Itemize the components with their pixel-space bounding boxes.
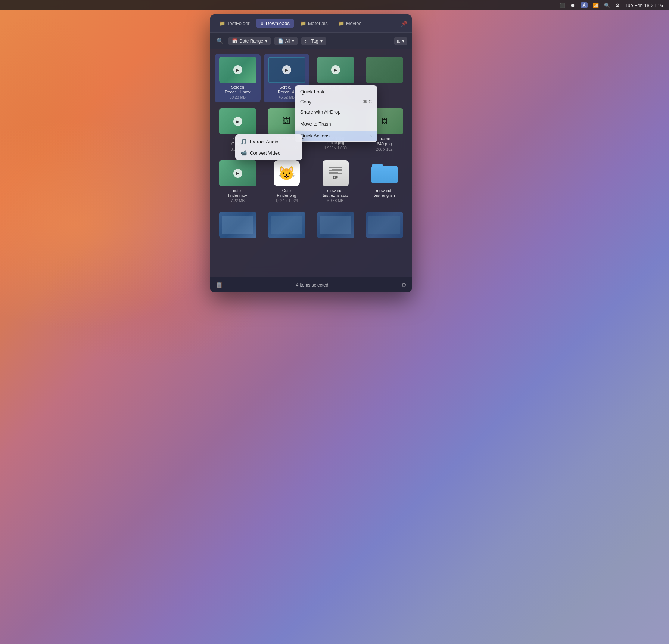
play-icon-1: ▶	[233, 65, 242, 74]
context-separator-2	[295, 130, 377, 130]
extract-audio-label: Extract Audio	[250, 139, 279, 145]
file-item-screen-r1[interactable]	[215, 209, 261, 243]
calendar-icon: 📅	[232, 38, 237, 44]
a-icon[interactable]: A	[581, 2, 588, 8]
file-size-10: 1,024 x 1,024	[275, 199, 298, 203]
file-size-11: 69.88 MB	[327, 199, 343, 203]
file-name-zip: mew-cut-test-e...ish.zip	[323, 188, 348, 198]
all-button[interactable]: 📄 All ▾	[274, 37, 298, 45]
file-item-screen-r2[interactable]	[264, 209, 309, 243]
share-airdrop-label: Share with AirDrop	[300, 109, 340, 115]
status-text: 4 items selected	[223, 282, 401, 288]
thumbnail-cute-finder-png: 😺	[268, 160, 305, 186]
date-range-button[interactable]: 📅 Date Range ▾	[228, 37, 271, 45]
wifi-icon[interactable]: 📶	[593, 3, 599, 8]
context-menu: Quick Look Copy ⌘ C Share with AirDrop M…	[295, 85, 377, 142]
folder-icon-movies: 📁	[338, 21, 344, 26]
copy-label: Copy	[300, 99, 311, 105]
file-item-screen-r3[interactable]	[312, 209, 358, 243]
folder-icon-materials: 📁	[300, 21, 306, 26]
toolbar: 🔍 📅 Date Range ▾ 📄 All ▾ 🏷 Tag ▾ ⊞ ▾	[210, 33, 412, 49]
control-center-icon[interactable]: ⚙	[615, 3, 620, 8]
folder-icon-item	[371, 163, 398, 183]
tab-downloads[interactable]: ⬇ Downloads	[256, 19, 294, 28]
file-item-screen-r4[interactable]	[361, 209, 407, 243]
pin-icon[interactable]: 📌	[401, 21, 407, 27]
thumbnail-folder	[366, 160, 403, 186]
file-item-screen-recor-1[interactable]: ▶ ScreenRecor...1.mov 59.28 MB	[215, 54, 261, 102]
file-size-8: 288 x 162	[376, 147, 393, 151]
file-size-9: 7.22 MB	[231, 199, 245, 203]
menubar-right: ⬛ ⏺ A 📶 🔍 ⚙ Tue Feb 18 21:16	[559, 2, 663, 8]
desktop: ⬛ ⏺ A 📶 🔍 ⚙ Tue Feb 18 21:16 📁 TestFolde…	[0, 0, 669, 644]
tag-icon: 🏷	[305, 38, 309, 44]
file-size-1: 59.28 MB	[230, 95, 246, 99]
tag-label: Tag	[311, 38, 318, 44]
thumbnail-screen-recor-4: ▶	[268, 57, 305, 83]
chevron-down-icon: ▾	[265, 38, 267, 44]
chevron-down-icon-4: ▾	[402, 38, 404, 44]
thumbnail-cute-finder-mov: ▶	[219, 160, 256, 186]
thumbnail-screen-r3	[317, 212, 354, 238]
play-icon-5: ▶	[233, 117, 242, 126]
file-item-zip[interactable]: ZIP mew-cut-test-e...ish.zip 69.88 MB	[312, 157, 358, 206]
search-icon[interactable]: 🔍	[604, 3, 610, 8]
status-bar: 📋 4 items selected ⚙	[210, 277, 412, 292]
folder-icon-testfolder: 📁	[219, 21, 225, 26]
context-separator-1	[295, 118, 377, 118]
convert-video-label: Convert Video	[250, 150, 280, 156]
chevron-down-icon-2: ▾	[292, 38, 294, 44]
cute-finder-icon: 😺	[274, 160, 300, 186]
context-copy[interactable]: Copy ⌘ C	[295, 97, 377, 107]
all-label: All	[285, 38, 290, 44]
tab-materials[interactable]: 📁 Materials	[296, 19, 332, 28]
play-icon-2: ▶	[282, 65, 291, 74]
move-trash-label: Move to Trash	[300, 121, 331, 127]
tag-button[interactable]: 🏷 Tag ▾	[301, 37, 326, 45]
context-quick-actions[interactable]: Quick Actions ›	[295, 131, 377, 141]
qa-extract-audio[interactable]: 🎵 Extract Audio	[235, 136, 302, 147]
tab-label-movies: Movies	[346, 21, 361, 26]
tab-testfolder[interactable]: 📁 TestFolder	[215, 19, 254, 28]
thumbnail-3: ▶	[317, 57, 354, 83]
context-share-airdrop[interactable]: Share with AirDrop	[295, 107, 377, 117]
qa-convert-video[interactable]: 📹 Convert Video	[235, 147, 302, 158]
search-button[interactable]: 🔍	[215, 36, 225, 46]
arrow-icon: ›	[370, 134, 372, 138]
settings-icon[interactable]: ⚙	[401, 281, 407, 288]
copy-shortcut: ⌘ C	[363, 99, 372, 105]
play-circle-icon[interactable]: ⏺	[570, 3, 575, 8]
thumbnail-cute-outp: ▶	[219, 108, 256, 134]
file-item-cute-finder-mov[interactable]: ▶ cute-finder.mov 7.22 MB	[215, 157, 261, 206]
file-grid: ▶ ScreenRecor...1.mov 59.28 MB ▶ Scree..…	[210, 49, 412, 277]
tab-movies[interactable]: 📁 Movies	[334, 19, 366, 28]
file-name-cute-finder-mov: cute-finder.mov	[228, 188, 247, 198]
file-item-folder[interactable]: mew-cut-test-english	[361, 157, 407, 206]
video-camera-icon: 📹	[240, 150, 247, 156]
clipboard-icon: 📋	[215, 281, 223, 288]
tab-label-testfolder: TestFolder	[227, 21, 250, 26]
quick-actions-label: Quick Actions	[300, 133, 330, 139]
thumbnail-screen-r1	[219, 212, 256, 238]
context-move-trash[interactable]: Move to Trash	[295, 119, 377, 129]
file-name-cute-finder-png: CuteFinder.png	[277, 188, 296, 198]
grid-view-button[interactable]: ⊞ ▾	[394, 37, 407, 45]
play-icon-9: ▶	[233, 169, 242, 178]
thumbnail-screen-recor-1: ▶	[219, 57, 256, 83]
file-item-cute-finder-png[interactable]: 😺 CuteFinder.png 1,024 x 1,024	[264, 157, 309, 206]
file-name-folder: mew-cut-test-english	[374, 188, 395, 198]
thumbnail-screen-r4	[366, 212, 403, 238]
tab-label-materials: Materials	[308, 21, 328, 26]
audio-waveform-icon: 🎵	[240, 139, 247, 145]
tab-bar: 📁 TestFolder ⬇ Downloads 📁 Materials 📁 M…	[210, 14, 412, 33]
file-size-7: 1,920 x 1,080	[324, 146, 347, 150]
context-quick-look[interactable]: Quick Look	[295, 87, 377, 97]
download-icon: ⬇	[260, 21, 264, 26]
doc-icon: 📄	[278, 38, 283, 44]
file-name-frame-640: Frame640.png	[377, 136, 392, 146]
file-size-2: 45.52 MB	[279, 95, 295, 99]
tv-icon[interactable]: ⬛	[559, 3, 565, 8]
grid-icon: ⊞	[397, 38, 401, 44]
chevron-down-icon-3: ▾	[320, 38, 323, 44]
thumbnail-zip: ZIP	[317, 160, 354, 186]
